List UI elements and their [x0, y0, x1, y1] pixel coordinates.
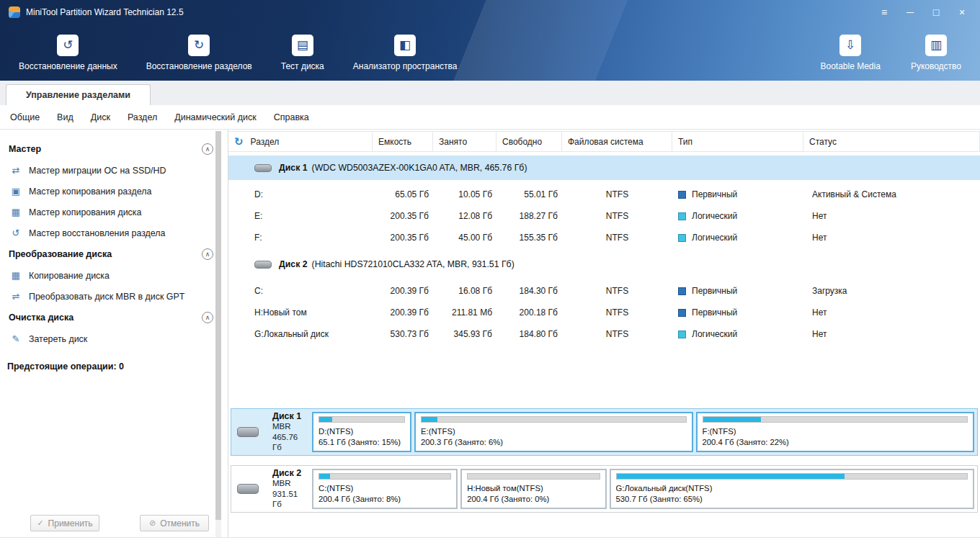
- column-header[interactable]: Занято: [433, 132, 496, 151]
- menu-button[interactable]: ≡: [875, 4, 894, 21]
- cancel-button[interactable]: ⊘ Отменить: [140, 515, 209, 531]
- toolbar-disk-test[interactable]: ▤Тест диска: [281, 35, 324, 71]
- partition-row[interactable]: D:65.05 Гб10.05 Гб55.01 ГбNTFSПервичныйА…: [228, 184, 980, 205]
- toolbar-left: ↺Восстановление данных↻Восстановление ра…: [19, 35, 486, 71]
- toolbar-label: Руководство: [911, 61, 961, 71]
- partition-cell: C:: [228, 280, 373, 302]
- close-button[interactable]: ×: [953, 4, 971, 21]
- partition-row[interactable]: C:200.39 Гб16.08 Гб184.30 ГбNTFSПервичны…: [228, 280, 980, 302]
- partition-row[interactable]: G:Локальный диск530.73 Гб345.93 Гб184.80…: [228, 323, 980, 345]
- recover-partition-icon: ↺: [10, 228, 22, 238]
- sidebar-section-header[interactable]: Преобразование диска∧: [0, 243, 228, 265]
- type-color-icon: [678, 287, 686, 295]
- sidebar-section-header[interactable]: Очистка диска∧: [0, 307, 228, 328]
- chevron-up-icon[interactable]: ∧: [202, 143, 213, 155]
- usage-fill: [617, 474, 845, 479]
- sidebar-item[interactable]: ⇄Мастер миграции ОС на SSD/HD: [0, 160, 228, 181]
- partition-row[interactable]: E:200.35 Гб12.08 Гб188.27 ГбNTFSЛогическ…: [228, 205, 980, 227]
- sidebar-item[interactable]: ▤Удалить все разделы: [0, 349, 228, 354]
- column-header[interactable]: Статус: [803, 132, 980, 151]
- type-label: Логический: [692, 211, 737, 221]
- toolbar-label: Восстановление данных: [19, 61, 117, 71]
- toolbar-guide[interactable]: ▥Руководство: [911, 35, 961, 71]
- menu-item[interactable]: Общие: [1, 105, 48, 129]
- chevron-up-icon[interactable]: ∧: [202, 312, 213, 323]
- sidebar-item[interactable]: ↺Мастер восстановления раздела: [0, 222, 228, 243]
- toolbar-data-recovery[interactable]: ↺Восстановление данных: [19, 35, 117, 71]
- partition-cell: D:: [228, 184, 373, 205]
- status-cell: Активный & Система: [803, 184, 980, 205]
- toolbar-partition-recovery[interactable]: ↻Восстановление разделов: [146, 35, 252, 71]
- sidebar-item[interactable]: ✎Затереть диск: [0, 328, 228, 349]
- sidebar-item[interactable]: ▦Копирование диска: [0, 265, 228, 286]
- toolbar-right: ⇩Bootable Media▥Руководство: [790, 35, 961, 71]
- menu-item[interactable]: Диск: [82, 105, 119, 129]
- sidebar-item[interactable]: ⇌Преобразовать диск MBR в диск GPT: [0, 286, 228, 307]
- menu-item[interactable]: Вид: [48, 105, 82, 129]
- sidebar-item[interactable]: ▣Мастер копирования раздела: [0, 181, 228, 202]
- usage-bar: [421, 416, 687, 423]
- filesystem-cell: NTFS: [562, 323, 672, 345]
- partition-block[interactable]: D:(NTFS)65.1 Гб (Занято: 15%): [312, 412, 411, 452]
- partition-block[interactable]: G:Локальный диск(NTFS)530.7 Гб (Занято: …: [610, 469, 974, 509]
- column-header[interactable]: Емкость: [373, 132, 433, 151]
- toolbar-bootable-media[interactable]: ⇩Bootable Media: [820, 35, 880, 71]
- sidebar-item-label: Затереть диск: [29, 334, 87, 344]
- chevron-up-icon[interactable]: ∧: [202, 248, 213, 260]
- sidebar-section-title: Очистка диска: [9, 313, 74, 323]
- column-header[interactable]: Файловая система: [562, 132, 672, 151]
- free-cell: 188.27 Гб: [496, 205, 562, 227]
- sidebar-section-title: Мастер: [9, 144, 41, 154]
- apply-button[interactable]: ✓ Применить: [30, 515, 99, 531]
- disk-header-row[interactable]: Диск 2(Hitachi HDS721010CLA332 ATA, MBR,…: [228, 252, 980, 276]
- disk-header-row[interactable]: Диск 1(WDC WD5003AZEX-00K1GA0 ATA, MBR, …: [228, 156, 980, 180]
- disk-map-row[interactable]: Диск 1MBR465.76 ГбD:(NTFS)65.1 Гб (Занят…: [231, 408, 978, 456]
- column-header[interactable]: ↻Раздел: [228, 132, 373, 151]
- column-header-label: Тип: [678, 137, 692, 147]
- status-cell: Нет: [803, 227, 980, 248]
- sidebar: Мастер∧⇄Мастер миграции ОС на SSD/HD▣Мас…: [0, 130, 228, 553]
- disk-map-label: Диск 1MBR465.76 Гб: [231, 409, 309, 455]
- app-logo-icon: [9, 6, 20, 18]
- column-header[interactable]: Тип: [672, 132, 803, 151]
- toolbar-label: Bootable Media: [820, 61, 880, 71]
- type-label: Первичный: [692, 189, 737, 199]
- free-cell: 55.01 Гб: [496, 184, 562, 205]
- menu-item[interactable]: Динамический диск: [166, 105, 265, 129]
- tab-partition-management[interactable]: Управление разделами: [6, 84, 151, 105]
- menubar: ОбщиеВидДискРазделДинамический дискСправ…: [0, 105, 980, 130]
- filesystem-cell: NTFS: [562, 280, 672, 302]
- titlebar: MiniTool Partition Wizard Technician 12.…: [0, 0, 980, 24]
- partition-row[interactable]: F:200.35 Гб45.00 Гб155.35 ГбNTFSЛогическ…: [228, 227, 980, 248]
- refresh-icon[interactable]: ↻: [234, 135, 244, 148]
- sidebar-item-label: Мастер копирования раздела: [29, 186, 151, 197]
- partition-block[interactable]: E:(NTFS)200.3 Гб (Занято: 6%): [414, 412, 693, 452]
- maximize-button[interactable]: □: [927, 4, 945, 21]
- type-color-icon: [678, 234, 686, 242]
- disk-test-icon: ▤: [292, 35, 313, 56]
- type-color-icon: [678, 331, 686, 338]
- partition-block[interactable]: H:Новый том(NTFS)200.4 Гб (Занято: 0%): [460, 469, 606, 509]
- cancel-icon: ⊘: [149, 518, 156, 528]
- status-cell: Нет: [803, 302, 980, 323]
- partition-block[interactable]: C:(NTFS)200.4 Гб (Занято: 8%): [312, 469, 458, 509]
- app-window: MiniTool Partition Wizard Technician 12.…: [0, 0, 980, 553]
- disk-details: (WDC WD5003AZEX-00K1GA0 ATA, MBR, 465.76…: [312, 163, 527, 173]
- column-header[interactable]: Свободно: [496, 132, 562, 151]
- sidebar-item[interactable]: ▦Мастер копирования диска: [0, 202, 228, 222]
- disk-size: 931.51 Гб: [272, 489, 309, 511]
- sidebar-scrollbar-thumb[interactable]: [215, 131, 221, 520]
- partition-cell: G:Локальный диск: [228, 323, 373, 345]
- menu-item[interactable]: Справка: [265, 105, 318, 129]
- minimize-button[interactable]: ─: [901, 4, 919, 21]
- capacity-cell: 200.35 Гб: [373, 205, 433, 227]
- toolbar-space-analyzer[interactable]: ◧Анализатор пространства: [353, 35, 458, 71]
- disk-map-row[interactable]: Диск 2MBR931.51 ГбC:(NTFS)200.4 Гб (Заня…: [231, 465, 978, 513]
- partition-block[interactable]: F:(NTFS)200.4 Гб (Занято: 22%): [696, 412, 975, 452]
- partition-row[interactable]: H:Новый том200.39 Гб211.81 Мб200.18 ГбNT…: [228, 302, 980, 323]
- disk-name: Диск 2: [279, 259, 308, 269]
- column-header-label: Занято: [439, 137, 467, 147]
- hdd-icon: [254, 164, 272, 172]
- menu-item[interactable]: Раздел: [119, 105, 166, 129]
- sidebar-section-header[interactable]: Мастер∧: [0, 138, 228, 160]
